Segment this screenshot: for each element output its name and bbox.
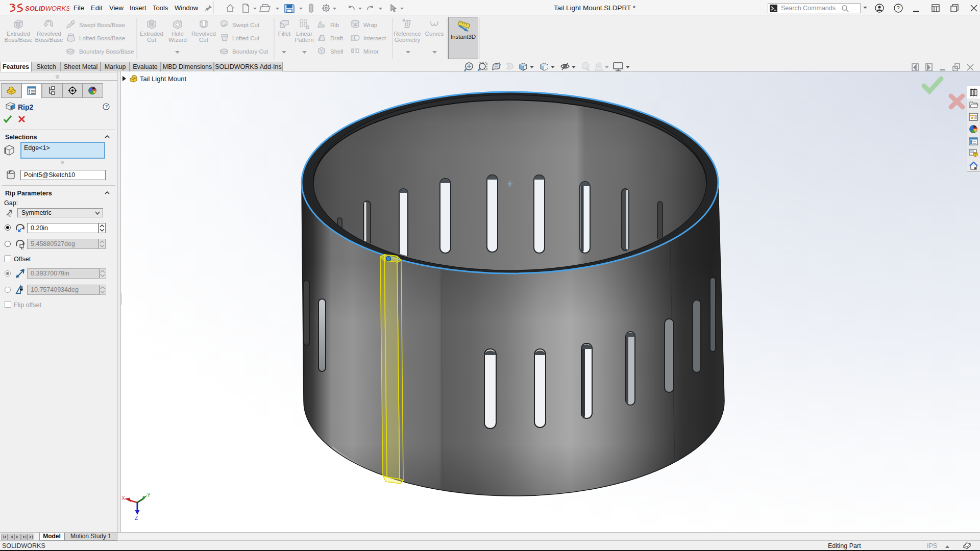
svg-text:X: X <box>121 495 125 501</box>
svg-text:ab: ab <box>354 23 357 27</box>
svg-text:?: ? <box>896 5 899 11</box>
svg-text:Y: Y <box>147 492 151 498</box>
svg-text:SOLIDWORKS: SOLIDWORKS <box>25 5 69 12</box>
svg-text:Z: Z <box>135 515 138 521</box>
svg-text:?: ? <box>105 104 108 109</box>
